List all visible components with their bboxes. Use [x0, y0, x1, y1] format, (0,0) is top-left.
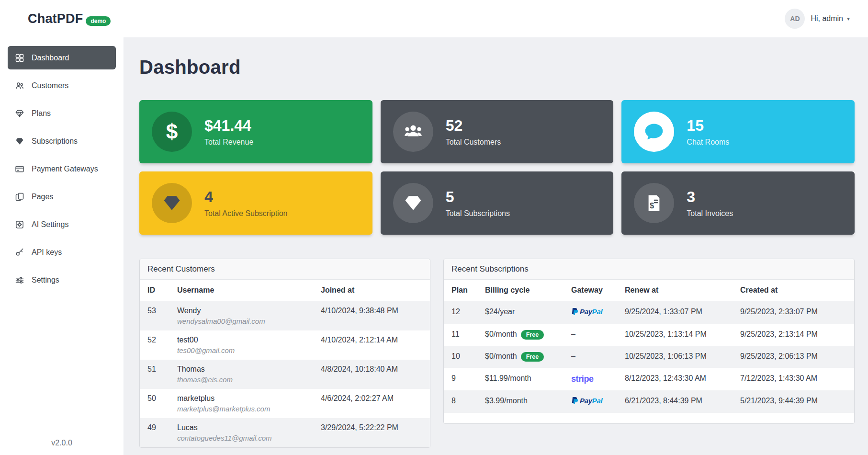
cell-billing: $3.99/month [477, 390, 564, 413]
cell-gateway: stripe [564, 368, 617, 390]
username: test00 [177, 336, 305, 344]
cell-plan: 9 [444, 368, 477, 390]
dashboard-icon [14, 53, 25, 63]
cell-username: Lucas contatoguedes11@gmail.com [169, 418, 313, 447]
user-menu[interactable]: Hi, admin ▾ [811, 14, 850, 23]
cell-created-at: 7/12/2023, 1:43:30 AM [733, 368, 854, 390]
sidebar-item-customers[interactable]: Customers [8, 74, 116, 97]
cell-created-at: 9/25/2023, 2:33:07 PM [733, 301, 854, 324]
sidebar-item-plans[interactable]: Plans [8, 102, 116, 125]
table-row: 51 Thomas thomas@eis.com 4/8/2024, 10:18… [140, 360, 430, 389]
stat-card-total-revenue: $ $41.44 Total Revenue [139, 100, 372, 163]
settings-icon [14, 275, 25, 285]
stat-card-total-invoices: $ 3 Total Invoices [621, 171, 855, 235]
no-gateway: – [571, 330, 575, 338]
cell-joined-at: 3/29/2024, 5:22:22 PM [313, 418, 430, 447]
stat-value: 5 [446, 188, 510, 206]
billing-text: $0/month [485, 352, 517, 360]
table-row: 49 Lucas contatoguedes11@gmail.com 3/29/… [140, 418, 430, 447]
paypal-text-1: Pay [580, 397, 592, 405]
brand-name: ChatPDF [28, 11, 83, 26]
sidebar-item-label: AI Settings [32, 220, 68, 229]
username: Thomas [177, 365, 305, 374]
table-row: 53 Wendy wendysalma00@gmail.com 4/10/202… [140, 301, 430, 331]
paypal-text-2: Pal [592, 307, 603, 316]
table-row: 12 $24/year PayPal 9/25/2024, 1:33:07 PM… [444, 301, 854, 324]
stat-label: Total Active Subscription [204, 209, 287, 218]
sidebar-item-payment-gateways[interactable]: Payment Gateways [8, 157, 116, 181]
cell-username: test00 tes00@gmail.com [169, 330, 313, 360]
stripe-logo: stripe [571, 374, 594, 384]
plans-icon [14, 108, 25, 119]
sidebar-item-subscriptions[interactable]: Subscriptions [8, 129, 116, 153]
free-badge: Free [521, 330, 544, 340]
stat-card-total-subscriptions: 5 Total Subscriptions [381, 171, 614, 235]
sidebar-item-dashboard[interactable]: Dashboard [8, 46, 116, 69]
stat-card-total-active-subscription: 4 Total Active Subscription [139, 171, 372, 235]
avatar[interactable]: AD [785, 9, 805, 29]
customers-icon [393, 112, 433, 152]
svg-text:$: $ [650, 202, 654, 210]
stat-card-chat-rooms: 15 Chat Rooms [621, 100, 855, 163]
column-header: Renew at [617, 280, 733, 301]
sidebar-item-label: Dashboard [32, 54, 69, 62]
main-content: Dashboard $ $41.44 Total Revenue 52 Tota… [124, 37, 868, 455]
panel-title: Recent Customers [140, 259, 430, 280]
table-row: 8 $3.99/month PayPal 6/21/2023, 8:44:39 … [444, 390, 854, 413]
customers-icon [14, 80, 25, 91]
greeting-text: Hi, admin [811, 14, 843, 23]
stat-value: $41.44 [204, 117, 253, 135]
cell-billing: $24/year [477, 301, 564, 324]
dollar-icon: $ [152, 112, 192, 152]
stat-label: Total Revenue [204, 138, 253, 147]
sidebar: Dashboard Customers Plans Subscriptions … [0, 37, 124, 455]
email: contatoguedes11@gmail.com [177, 434, 305, 442]
table-row: 52 test00 tes00@gmail.com 4/10/2024, 2:1… [140, 330, 430, 360]
username: Lucas [177, 423, 305, 432]
sidebar-item-label: Subscriptions [32, 137, 78, 146]
demo-badge: demo [86, 16, 111, 26]
cell-id: 51 [140, 360, 169, 389]
diamond-icon [393, 183, 433, 223]
cell-plan: 12 [444, 301, 477, 324]
chevron-down-icon: ▾ [847, 15, 850, 22]
paypal-logo: PayPal [571, 307, 602, 316]
stat-label: Total Invoices [687, 209, 733, 218]
sidebar-item-ai-settings[interactable]: AI Settings [8, 213, 116, 236]
recent-subscriptions-table: Plan Billing cycle Gateway Renew at Crea… [444, 280, 854, 413]
cell-id: 53 [140, 301, 169, 331]
stat-value: 15 [687, 117, 729, 135]
cell-renew-at: 9/25/2024, 1:33:07 PM [617, 301, 733, 324]
column-header: Joined at [313, 280, 430, 301]
column-header: Username [169, 280, 313, 301]
cell-gateway: – [564, 346, 617, 368]
billing-text: $3.99/month [485, 397, 528, 405]
column-header: Billing cycle [477, 280, 564, 301]
stat-label: Chat Rooms [687, 138, 729, 147]
stat-label: Total Subscriptions [446, 209, 510, 218]
stat-cards: $ $41.44 Total Revenue 52 Total Customer… [139, 100, 855, 235]
cell-username: Wendy wendysalma00@gmail.com [169, 301, 313, 331]
column-header: Plan [444, 280, 477, 301]
cell-renew-at: 10/25/2023, 1:13:14 PM [617, 324, 733, 346]
username: marketplus [177, 394, 305, 403]
cell-username: marketplus marketplus@marketplus.com [169, 389, 313, 418]
recent-customers-table: ID Username Joined at 53 Wendy wendysalm… [140, 280, 430, 447]
table-row: 11 $0/monthFree – 10/25/2023, 1:13:14 PM… [444, 324, 854, 346]
cell-created-at: 9/25/2023, 2:13:14 PM [733, 324, 854, 346]
cell-gateway: – [564, 324, 617, 346]
cell-joined-at: 4/6/2024, 2:02:27 AM [313, 389, 430, 418]
cell-created-at: 5/21/2023, 9:44:39 PM [733, 390, 854, 413]
cell-renew-at: 10/25/2023, 1:06:13 PM [617, 346, 733, 368]
cell-id: 50 [140, 389, 169, 418]
sidebar-item-pages[interactable]: Pages [8, 185, 116, 208]
sidebar-item-settings[interactable]: Settings [8, 268, 116, 292]
cell-id: 49 [140, 418, 169, 447]
sidebar-item-label: Plans [32, 109, 51, 118]
diamond-icon [152, 183, 192, 223]
cell-plan: 8 [444, 390, 477, 413]
sidebar-item-label: Settings [32, 276, 59, 284]
cell-plan: 11 [444, 324, 477, 346]
sidebar-item-api-keys[interactable]: API keys [8, 240, 116, 264]
pages-icon [14, 192, 25, 202]
